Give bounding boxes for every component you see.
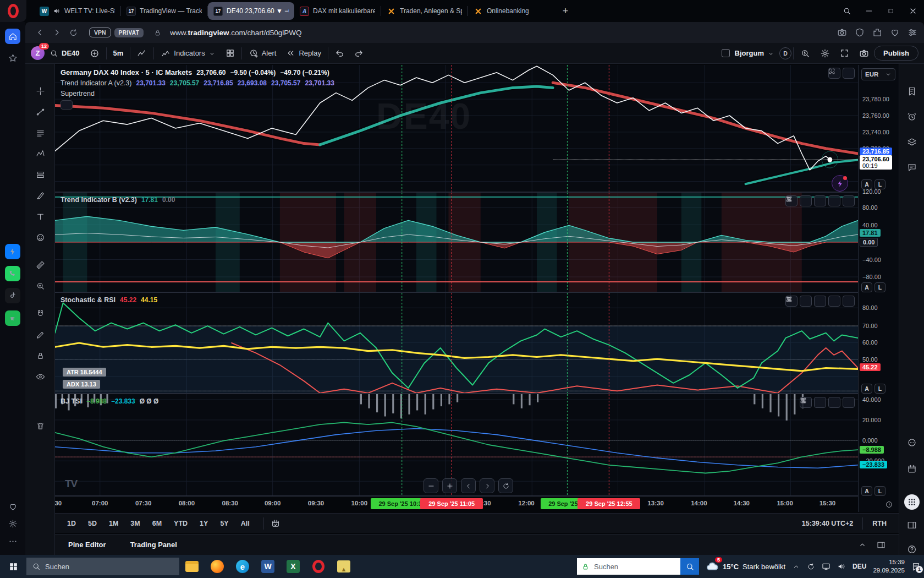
fullscreen-button[interactable] [835,45,854,62]
tab-search-button[interactable] [836,0,858,22]
range-all[interactable]: All [241,520,250,527]
panel-community-icon[interactable] [904,435,920,450]
range-1d[interactable]: 1D [67,520,76,527]
chart-pane-p1[interactable]: DE40Germany DAX 40 Index · 5 · IC Market… [55,65,858,192]
tray-expand-icon[interactable] [792,563,800,571]
plus-button[interactable] [442,478,457,493]
chart-pane-p2[interactable]: Trend Indicator B (v2.3)17.810.00 [55,193,858,292]
tab-pine-editor[interactable]: Pine Editor [68,541,106,549]
browser-tab-1[interactable]: 17TradingView — Track All M [121,2,207,20]
volume-tray-icon[interactable] [837,562,846,571]
sidebar-spotify-icon[interactable] [5,310,20,326]
maximize-button[interactable] [880,0,902,22]
tab-trading-panel[interactable]: Trading Panel [130,541,177,549]
pane-legend[interactable]: Germany DAX 40 Index · 5 · IC Markets23,… [61,68,334,110]
tradingview-logo[interactable]: TV [65,478,77,490]
replay-button[interactable]: Replay [281,45,326,62]
indicators-button[interactable]: Indicators [156,45,220,62]
interval-button[interactable]: 5m [108,45,129,62]
pane-legend[interactable]: BJ TSI−8.988−23.833Ø Ø Ø [61,397,158,408]
tool-trash-icon[interactable] [33,418,47,433]
tool-crosshair-icon[interactable] [33,84,47,98]
taskbar-edge-icon[interactable]: e [230,555,255,578]
taskbar-word-icon[interactable]: W [255,555,280,578]
shield-button[interactable] [855,28,865,38]
sidebar-home-icon[interactable] [5,29,20,44]
pane-trash-button[interactable] [814,195,826,206]
tool-trendline-icon[interactable] [33,105,47,119]
tool-pencil-icon[interactable] [33,328,47,342]
auto-scale-button[interactable]: A [861,282,872,292]
pane-trash-button[interactable] [814,397,826,408]
browser-tab-0[interactable]: WWELT TV: Live-Stream [34,2,120,20]
log-scale-button[interactable]: L [875,384,886,394]
taskbar-opera-icon[interactable] [306,555,331,578]
browser-tab-4[interactable]: Traden, Anlegen & Sparen [381,2,468,20]
start-button[interactable] [0,555,26,578]
keyboard-language[interactable]: DEU [853,563,866,570]
browser-tab-2[interactable]: 17DE40 23,706.60 ▼ −0.21% [208,2,294,20]
boost-icon[interactable] [832,175,848,192]
new-tab-button[interactable]: + [558,3,573,19]
back-button[interactable] [32,24,48,41]
sidebar-whatsapp-icon[interactable] [5,266,20,281]
sync-tray-icon[interactable] [807,563,815,571]
panel-alerts-icon[interactable] [904,109,920,124]
quick-search-button[interactable] [795,45,815,62]
pane-expand-button[interactable] [843,397,855,408]
tool-magnet-icon[interactable] [33,307,47,321]
layout-grid-button[interactable] [221,45,240,62]
symbol-search-button[interactable]: DE40 [45,45,85,62]
pane-legend[interactable]: Trend Indicator B (v2.3)17.810.00 [61,196,175,206]
panel-expand-icon[interactable] [858,540,867,549]
range-3m[interactable]: 3M [130,520,140,527]
pane-expand-button[interactable] [843,195,855,206]
tool-lock-icon[interactable] [33,348,47,363]
settings-button[interactable] [815,45,835,62]
panel-watchlist-icon[interactable] [904,84,920,99]
taskbar-gallery-icon[interactable]: ▲ [331,555,356,578]
sidebar-gear-icon[interactable] [5,516,20,531]
url-field[interactable]: www.tradingview.com/chart/d50glPWQ [170,29,301,37]
pane-collapse-button[interactable] [828,195,840,206]
publish-button[interactable]: Publish [874,46,919,61]
panel-apps-grid-icon[interactable] [904,494,920,510]
pane-collapse-button[interactable] [828,296,840,307]
reload-button[interactable] [65,24,81,41]
pane-down-button[interactable] [800,296,812,307]
pane-collapse-button[interactable] [828,397,840,408]
chart-pane-p3[interactable]: Stochastic & RSI45.2244.15ATR 18.5444ADX… [55,293,858,393]
tool-text-icon[interactable] [33,209,47,223]
tool-zoom-in-icon[interactable] [33,279,47,293]
notification-center-icon[interactable]: 1 [911,562,921,571]
sidebar-heart-icon[interactable] [5,499,20,514]
tool-fib-icon[interactable] [33,126,47,140]
range-1y[interactable]: 1Y [200,520,208,527]
close-button[interactable] [902,0,924,22]
pane-expand-button[interactable] [843,296,855,307]
chart-type-button[interactable] [132,45,152,62]
sidebar-star-icon[interactable] [5,50,20,66]
currency-dropdown[interactable]: EUR [861,68,895,80]
reset-chart-button[interactable] [498,478,513,493]
opera-menu-button[interactable] [0,0,26,22]
avatar[interactable]: Z12 [31,46,45,60]
auto-scale-button[interactable]: A [861,179,872,189]
scroll-left-button[interactable] [461,478,476,493]
pane-separator[interactable] [55,292,899,293]
range-5d[interactable]: 5D [88,520,97,527]
forward-button[interactable] [48,24,65,41]
search-submit-button[interactable] [680,558,699,575]
layout-interval-badge[interactable]: D [779,47,791,59]
extensions-button[interactable] [872,28,882,38]
taskbar-excel-icon[interactable]: X [280,555,306,578]
chart-clock[interactable]: 15:39:40 UTC+2 [802,520,853,527]
axis-corner[interactable] [858,497,899,512]
lock-icon[interactable] [149,24,166,41]
browser-tab-5[interactable]: Onlinebanking [468,2,554,20]
taskbar-firefox-icon[interactable] [205,555,230,578]
website-search-field[interactable]: Suchen [577,558,699,575]
panel-data-window-icon[interactable] [904,517,920,533]
auto-scale-button[interactable]: A [861,486,872,496]
taskbar-clock[interactable]: 15:3929.09.2025 [873,558,905,575]
